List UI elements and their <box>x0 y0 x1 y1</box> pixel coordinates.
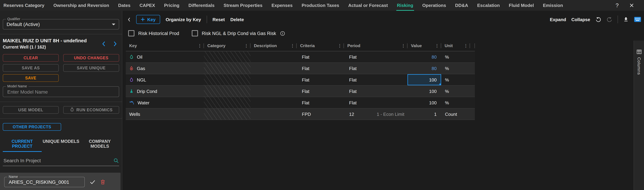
tab-fluid-model[interactable]: Fluid Model <box>509 0 534 11</box>
table-row-wells[interactable]: Wells FPD 121 - Econ Limit 1 Count <box>126 109 475 120</box>
criteria-cell[interactable]: FPD <box>297 109 344 120</box>
search-icon[interactable] <box>113 158 119 164</box>
table-row-gas[interactable]: Gas Flat Flat 80 % <box>126 63 475 74</box>
unit-cell[interactable]: % <box>441 97 470 108</box>
organize-by-key-button[interactable]: Organize by Key <box>166 17 201 22</box>
column-menu-icon[interactable]: ⋮ <box>244 43 250 48</box>
period-cell[interactable]: Flat <box>344 86 408 97</box>
header-value[interactable]: Value⋮ <box>408 40 441 51</box>
clear-button[interactable]: CLEAR <box>3 54 59 62</box>
value-cell[interactable]: 1 <box>408 109 441 120</box>
add-key-button[interactable]: Key <box>136 15 160 24</box>
column-menu-icon[interactable]: ⋮ <box>464 43 470 48</box>
keyboard-shortcuts-icon[interactable] <box>634 17 641 22</box>
unit-cell[interactable]: Count <box>441 109 470 120</box>
table-row-drip-cond[interactable]: Drip Cond Flat Flat 100 % <box>126 86 475 97</box>
search-in-project-input[interactable] <box>3 157 113 164</box>
description-cell[interactable] <box>250 63 297 74</box>
unit-cell[interactable]: % <box>441 63 470 74</box>
model-card-name-input[interactable] <box>8 179 81 185</box>
tab-current-project[interactable]: CURRENT PROJECT <box>3 139 42 152</box>
tab-actual-or-forecast[interactable]: Actual or Forecast <box>348 0 388 11</box>
delete-model-trash-icon[interactable] <box>100 179 105 185</box>
tab-risking[interactable]: Risking <box>397 0 413 11</box>
description-cell[interactable] <box>250 97 297 108</box>
table-row-water[interactable]: Water Flat Flat 100 % <box>126 97 475 109</box>
tab-capex[interactable]: CAPEX <box>140 0 155 11</box>
tab-stream-properties[interactable]: Stream Properties <box>224 0 262 11</box>
model-card[interactable]: Name Alan H. | Fri Aug 01 2025 <box>0 173 120 190</box>
header-period[interactable]: Period⋮ <box>344 40 408 51</box>
unit-cell[interactable]: % <box>441 86 470 97</box>
cell-fill-handle[interactable] <box>440 84 441 85</box>
header-criteria[interactable]: Criteria⋮ <box>297 40 344 51</box>
value-cell[interactable]: 80 <box>408 63 441 74</box>
tab-pricing[interactable]: Pricing <box>164 0 180 11</box>
tab-production-taxes[interactable]: Production Taxes <box>302 0 339 11</box>
column-menu-icon[interactable]: ⋮ <box>290 43 297 48</box>
period-cell[interactable]: 121 - Econ Limit <box>344 109 408 120</box>
delete-button[interactable]: Delete <box>230 17 244 22</box>
tab-expenses[interactable]: Expenses <box>272 0 292 11</box>
tab-ownership-and-reversion[interactable]: Ownership and Reversion <box>54 0 109 11</box>
collapse-button[interactable]: Collapse <box>572 17 590 22</box>
header-description[interactable]: Description⋮ <box>250 40 297 51</box>
other-projects-button[interactable]: OTHER PROJECTS <box>3 123 61 131</box>
use-model-button[interactable]: USE MODEL <box>3 106 59 114</box>
column-menu-icon[interactable]: ⋮ <box>338 43 344 48</box>
criteria-cell[interactable]: Flat <box>297 74 344 85</box>
risk-historical-prod-checkbox[interactable] <box>128 30 134 36</box>
info-icon[interactable] <box>280 31 285 36</box>
criteria-cell[interactable]: Flat <box>297 63 344 74</box>
description-cell[interactable] <box>250 109 297 120</box>
value-cell[interactable]: 100 <box>408 86 441 97</box>
table-row-oil[interactable]: Oil Flat Flat 80 % <box>126 51 475 63</box>
header-key[interactable]: Key⋮ <box>126 40 204 51</box>
period-cell[interactable]: Flat <box>344 97 408 108</box>
tab-emission[interactable]: Emission <box>543 0 563 11</box>
description-cell[interactable] <box>250 74 297 85</box>
apply-model-check-icon[interactable] <box>90 180 96 185</box>
reset-button[interactable]: Reset <box>212 17 225 22</box>
header-unit[interactable]: Unit⋮ <box>441 40 470 51</box>
previous-well-icon[interactable] <box>102 41 106 46</box>
risk-ngl-drip-checkbox[interactable] <box>192 30 198 36</box>
next-well-icon[interactable] <box>113 41 117 46</box>
value-cell[interactable]: 80 <box>408 51 441 62</box>
value-cell-selected[interactable]: 100 <box>408 74 441 85</box>
column-menu-icon[interactable]: ⋮ <box>435 43 441 48</box>
header-category[interactable]: Category⋮ <box>204 40 250 51</box>
help-icon[interactable]: ? <box>616 2 619 8</box>
unit-cell[interactable]: % <box>441 51 470 62</box>
period-cell[interactable]: Flat <box>344 63 408 74</box>
download-icon[interactable] <box>623 17 629 22</box>
tab-unique-models[interactable]: UNIQUE MODELS <box>42 139 80 152</box>
collapse-panel-chevron-icon[interactable] <box>128 17 130 22</box>
save-unique-button[interactable]: SAVE UNIQUE <box>63 64 119 72</box>
save-button[interactable]: SAVE <box>3 74 59 82</box>
column-menu-icon[interactable]: ⋮ <box>198 43 204 48</box>
run-economics-button[interactable]: $ RUN ECONOMICS <box>63 106 119 114</box>
model-name-input[interactable] <box>6 89 115 95</box>
value-cell[interactable]: 100 <box>408 97 441 108</box>
unit-cell[interactable]: % <box>441 74 470 85</box>
expand-button[interactable]: Expand <box>550 17 566 22</box>
description-cell[interactable] <box>250 86 297 97</box>
table-row-ngl[interactable]: NGL Flat Flat 100 % <box>126 74 475 86</box>
column-menu-icon[interactable]: ⋮ <box>401 43 408 48</box>
undo-changes-button[interactable]: UNDO CHANGES <box>63 54 119 62</box>
criteria-cell[interactable]: Flat <box>297 86 344 97</box>
tab-dates[interactable]: Dates <box>118 0 130 11</box>
criteria-cell[interactable]: Flat <box>297 97 344 108</box>
period-cell[interactable]: Flat <box>344 51 408 62</box>
tab-operations[interactable]: Operations <box>422 0 446 11</box>
tab-company-models[interactable]: COMPANY MODELS <box>80 139 119 152</box>
criteria-cell[interactable]: Flat <box>297 51 344 62</box>
columns-panel-toggle[interactable]: Columns <box>634 40 644 190</box>
tab-dda[interactable]: DD&A <box>455 0 468 11</box>
period-cell[interactable]: Flat <box>344 74 408 85</box>
qualifier-select[interactable]: Qualifier Default (Active) <box>3 19 119 29</box>
tab-differentials[interactable]: Differentials <box>188 0 214 11</box>
close-icon[interactable] <box>629 3 634 8</box>
description-cell[interactable] <box>250 51 297 62</box>
